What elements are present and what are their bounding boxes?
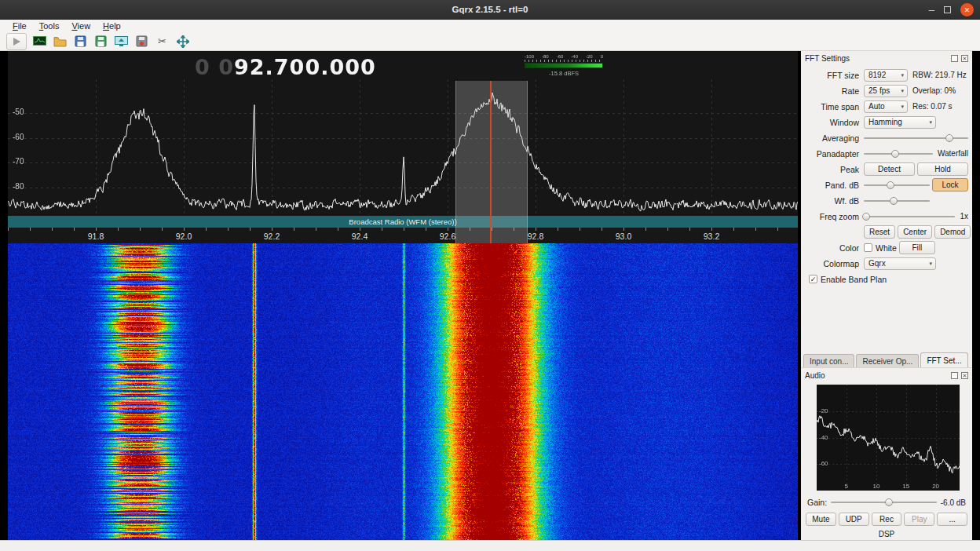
menu-view[interactable]: View	[65, 21, 97, 31]
chevron-down-icon: ▾	[929, 119, 932, 126]
float-dock-icon[interactable]	[951, 55, 958, 62]
fft-settings-title-bar: FFT Settings ✕	[801, 51, 972, 64]
freq-tick-label: 93.2	[704, 232, 719, 241]
pand-db-row: Pand. dB Lock	[803, 177, 968, 192]
panadapter-split-row: Panadapter Waterfall	[803, 146, 968, 161]
pand-db-slider[interactable]	[864, 180, 930, 191]
window-row: Window Hamming ▾	[803, 115, 968, 130]
meter-level-bar	[525, 63, 603, 68]
slider-thumb[interactable]	[945, 134, 953, 142]
audio-x-label: 20	[932, 483, 939, 490]
chevron-down-icon: ▾	[901, 72, 904, 78]
waterfall-display-icon[interactable]	[32, 34, 47, 49]
lock-button[interactable]: Lock	[932, 178, 968, 192]
freq-zoom-slider[interactable]	[864, 211, 955, 222]
slider-thumb[interactable]	[885, 498, 893, 506]
meter-ruler	[525, 60, 603, 62]
freq-tick-label: 92.2	[264, 232, 280, 241]
freq-zoom-label: Freq zoom	[803, 212, 864, 221]
rbw-readout: RBW: 219.7 Hz	[912, 71, 967, 79]
time-span-select[interactable]: Auto ▾	[864, 100, 908, 113]
frequency-display[interactable]: 0 092.700.000	[195, 55, 376, 79]
meter-tick: -80	[542, 54, 549, 60]
fft-size-value: 8192	[868, 71, 898, 79]
white-checkbox-label: White	[876, 243, 897, 253]
waterfall-label: Waterfall	[938, 149, 968, 158]
rate-row: Rate 25 fps ▾ Overlap: 0%	[803, 83, 968, 98]
gain-slider[interactable]	[831, 497, 937, 508]
color-row: Color White Fill	[803, 240, 968, 255]
rec-button[interactable]: Rec	[872, 513, 902, 526]
checkbox-box[interactable]: ✓	[809, 275, 817, 283]
menu-tools[interactable]: Tools	[33, 21, 66, 31]
panadapter-canvas[interactable]	[8, 51, 798, 216]
pan-crosshair-icon[interactable]	[175, 34, 190, 49]
reset-center-demod-row: Reset Center Demod	[803, 224, 968, 239]
meter-tick: -40	[571, 54, 578, 60]
colormap-value: Gqrx	[868, 259, 927, 268]
audio-buttons: Mute UDP Rec Play ...	[806, 513, 967, 526]
audio-fft-plot: -20 -40 -60 5 10 15 20	[817, 385, 960, 491]
scissors-icon[interactable]: ✂	[155, 34, 170, 49]
slider-thumb[interactable]	[887, 181, 894, 189]
save-iq-icon[interactable]	[93, 34, 108, 49]
colormap-select[interactable]: Gqrx ▾	[864, 257, 936, 270]
frequency-digits[interactable]: 92.700.000	[234, 55, 376, 79]
close-dock-icon[interactable]: ✕	[961, 55, 968, 62]
fft-plot-area: 0 092.700.000 -100 -80 -60 -40 -20 0 -15…	[8, 51, 798, 540]
center-button[interactable]: Center	[898, 225, 932, 239]
start-dsp-icon[interactable]	[6, 33, 27, 50]
split-slider[interactable]	[864, 148, 933, 159]
window-select[interactable]: Hamming ▾	[864, 116, 936, 129]
frequency-scale-ticks	[8, 228, 798, 231]
demod-button[interactable]: Demod	[934, 225, 971, 239]
tab-fft-settings[interactable]: FFT Set...	[920, 352, 967, 367]
tab-input-controls[interactable]: Input con...	[803, 354, 854, 367]
enable-band-plan-checkbox[interactable]: ✓ Enable Band Plan	[809, 275, 887, 284]
udp-button[interactable]: UDP	[839, 513, 869, 526]
meter-tick: 0	[601, 54, 603, 60]
menu-file[interactable]: File	[6, 21, 33, 31]
enable-band-plan-row: ✓ Enable Band Plan	[803, 272, 968, 286]
gain-value: -6.0 dB	[941, 498, 966, 507]
averaging-slider[interactable]	[864, 133, 968, 144]
fft-size-select[interactable]: 8192 ▾	[864, 69, 908, 82]
wf-db-slider[interactable]	[864, 195, 930, 206]
close-dock-icon[interactable]: ✕	[961, 372, 968, 379]
slider-thumb[interactable]	[890, 197, 898, 205]
dsp-label: DSP	[801, 530, 972, 538]
save-file-icon[interactable]	[73, 34, 88, 49]
window-title: Gqrx 2.15.5 - rtl=0	[0, 0, 980, 20]
pand-db-label: Pand. dB	[803, 181, 864, 190]
white-checkbox[interactable]: White	[864, 243, 897, 253]
fft-size-label: FFT size	[803, 71, 864, 80]
peak-detect-button[interactable]: Detect	[864, 162, 915, 176]
menu-help[interactable]: Help	[97, 21, 127, 31]
frequency-scale[interactable]: 91.8 92.0 92.2 92.4 92.6 92.8 93.0 93.2	[8, 228, 798, 243]
tab-receiver-options[interactable]: Receiver Op...	[856, 354, 919, 367]
mute-button[interactable]: Mute	[806, 513, 836, 526]
more-button[interactable]: ...	[937, 513, 967, 526]
frequency-leading-zeros: 0 0	[195, 55, 234, 79]
slider-thumb[interactable]	[891, 150, 899, 158]
waterfall-canvas[interactable]	[8, 243, 798, 540]
rate-value: 25 fps	[868, 86, 898, 95]
peak-hold-button[interactable]: Hold	[917, 162, 968, 176]
screenshot-icon[interactable]	[114, 34, 129, 49]
db-axis-label: -70	[13, 157, 24, 166]
filter-bandwidth-overlay[interactable]	[455, 81, 528, 243]
open-folder-icon[interactable]	[53, 34, 68, 49]
minimize-icon[interactable]: –	[929, 6, 934, 14]
fill-button[interactable]: Fill	[899, 241, 935, 254]
float-dock-icon[interactable]	[951, 372, 958, 379]
checkbox-box[interactable]	[864, 243, 872, 252]
slider-thumb[interactable]	[862, 213, 870, 221]
reset-button[interactable]: Reset	[864, 225, 895, 239]
menubar: File Tools View Help	[0, 20, 980, 32]
rate-select[interactable]: 25 fps ▾	[864, 85, 908, 97]
close-icon[interactable]: ✕	[960, 3, 974, 16]
record-iq-icon[interactable]	[134, 34, 149, 49]
maximize-icon[interactable]	[944, 6, 951, 13]
chevron-down-icon: ▾	[929, 261, 932, 267]
fft-settings-form: FFT size 8192 ▾ RBW: 219.7 Hz Rate 25 fp…	[801, 64, 972, 287]
